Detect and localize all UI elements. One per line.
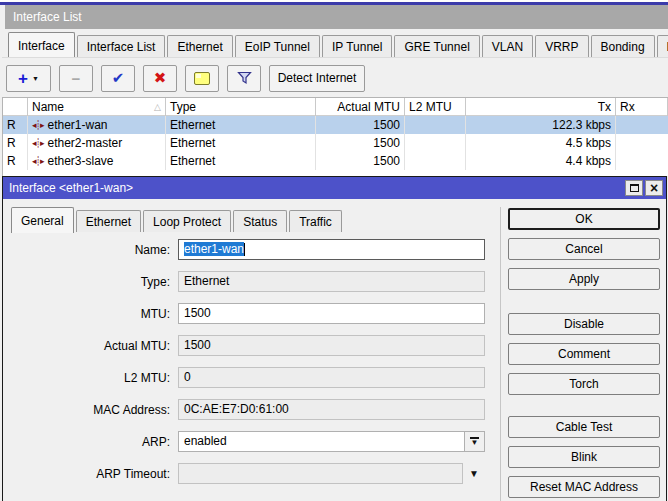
general-form: Name: ether1-wan Type: Ethernet MTU: 150… (13, 239, 499, 495)
winbox-screen: Interface List Interface Interface List … (0, 0, 668, 501)
ethernet-port-icon: ◂┊▸ (32, 116, 43, 134)
type-field: Ethernet (178, 271, 485, 292)
tab-ethernet[interactable]: Ethernet (167, 35, 232, 57)
dropdown-from-bar-icon: ▼ (470, 437, 479, 446)
arp-timeout-field (178, 463, 463, 484)
dialog-tab-general[interactable]: General (11, 207, 74, 233)
cable-test-button[interactable]: Cable Test (508, 416, 660, 438)
row-flag: R (3, 152, 28, 170)
dialog-tab-ethernet[interactable]: Ethernet (76, 210, 141, 232)
remove-button[interactable]: − (59, 65, 93, 92)
interface-table: Name △ Type Actual MTU L2 MTU Tx Rx R ◂┊… (2, 97, 668, 176)
tab-interface-list[interactable]: Interface List (77, 35, 166, 57)
disable-button[interactable]: ✖ (143, 65, 177, 92)
chevron-down-icon: ▼ (32, 75, 39, 82)
interface-dialog: Interface <ether1-wan> × General Etherne… (2, 176, 667, 501)
arp-label: ARP: (13, 435, 178, 449)
table-row[interactable]: R ◂┊▸ ether3-slave Ethernet 1500 4.4 kbp… (3, 152, 668, 170)
tab-eoip-tunnel[interactable]: EoIP Tunnel (235, 35, 320, 57)
row-tx: 4.4 kbps (466, 152, 616, 170)
row-tx: 4.5 kbps (466, 134, 616, 152)
row-l2-mtu (405, 134, 466, 152)
mtu-label: MTU: (13, 307, 178, 321)
check-icon: ✔ (112, 69, 125, 87)
tab-vrrp[interactable]: VRRP (535, 35, 588, 57)
mtu-field[interactable]: 1500 (178, 303, 485, 324)
mac-address-label: MAC Address: (13, 403, 178, 417)
tab-bonding[interactable]: Bonding (591, 35, 655, 57)
name-label: Name: (13, 243, 178, 257)
dialog-tab-bar: General Ethernet Loop Protect Status Tra… (11, 205, 344, 232)
table-row[interactable]: R ◂┊▸ ether2-master Ethernet 1500 4.5 kb… (3, 134, 668, 152)
main-tab-bar: Interface Interface List Ethernet EoIP T… (2, 30, 668, 58)
dialog-title: Interface <ether1-wan> (9, 181, 623, 195)
row-l2-mtu (405, 116, 466, 134)
maximize-button[interactable] (625, 180, 643, 196)
reset-mac-address-button[interactable]: Reset MAC Address (508, 476, 660, 498)
row-rx (616, 134, 668, 152)
row-actual-mtu: 1500 (316, 152, 405, 170)
dialog-tab-traffic[interactable]: Traffic (289, 210, 342, 232)
dialog-titlebar[interactable]: Interface <ether1-wan> × (3, 177, 666, 199)
column-header-l2-mtu[interactable]: L2 MTU (405, 98, 466, 116)
dialog-tab-status[interactable]: Status (233, 210, 287, 232)
tab-vlan[interactable]: VLAN (482, 35, 533, 57)
disable-button[interactable]: Disable (508, 313, 660, 335)
actual-mtu-label: Actual MTU: (13, 339, 178, 353)
column-header-name[interactable]: Name △ (28, 98, 166, 116)
arp-timeout-dropdown-icon[interactable]: ▼ (469, 468, 479, 479)
column-header-rx[interactable]: Rx (616, 98, 668, 116)
comment-button[interactable]: Comment (508, 343, 660, 365)
tab-interface[interactable]: Interface (8, 32, 75, 58)
apply-button[interactable]: Apply (508, 268, 660, 290)
ok-button[interactable]: OK (508, 208, 660, 230)
close-icon: × (650, 182, 658, 194)
maximize-icon (630, 184, 639, 192)
row-l2-mtu (405, 152, 466, 170)
type-label: Type: (13, 275, 178, 289)
comment-button[interactable] (185, 65, 219, 92)
row-flag: R (3, 116, 28, 134)
tab-ip-tunnel[interactable]: IP Tunnel (322, 35, 392, 57)
tab-gre-tunnel[interactable]: GRE Tunnel (394, 35, 479, 57)
filter-button[interactable] (227, 65, 261, 92)
table-header-row: Name △ Type Actual MTU L2 MTU Tx Rx (3, 98, 668, 116)
mac-address-field: 0C:AE:E7:D0:61:00 (178, 399, 485, 420)
table-row[interactable]: R ◂┊▸ ether1-wan Ethernet 1500 122.3 kbp… (3, 116, 668, 134)
cancel-button[interactable]: Cancel (508, 238, 660, 260)
ethernet-port-icon: ◂┊▸ (32, 134, 43, 152)
ethernet-port-icon: ◂┊▸ (32, 152, 43, 170)
arp-dropdown-button[interactable]: ▼ (464, 432, 484, 451)
note-icon (194, 72, 210, 85)
row-name-cell: ◂┊▸ ether2-master (28, 134, 166, 152)
row-type: Ethernet (166, 134, 316, 152)
column-header-actual-mtu[interactable]: Actual MTU (316, 98, 405, 116)
toolbar: + ▼ − ✔ ✖ Detect Internet (2, 60, 668, 96)
actual-mtu-field: 1500 (178, 335, 485, 356)
l2-mtu-label: L2 MTU: (13, 371, 178, 385)
text-cursor (244, 243, 245, 256)
row-rx (616, 152, 668, 170)
add-button[interactable]: + ▼ (6, 65, 51, 92)
column-header-type[interactable]: Type (166, 98, 316, 116)
column-header-flag[interactable] (3, 98, 28, 116)
tab-lte[interactable]: LTE (657, 35, 668, 57)
enable-button[interactable]: ✔ (101, 65, 135, 92)
detect-internet-button[interactable]: Detect Internet (269, 65, 365, 92)
close-button[interactable]: × (645, 180, 663, 196)
blink-button[interactable]: Blink (508, 446, 660, 468)
column-header-tx[interactable]: Tx (466, 98, 616, 116)
torch-button[interactable]: Torch (508, 373, 660, 395)
arp-select[interactable]: enabled ▼ (178, 431, 485, 452)
row-name-cell: ◂┊▸ ether3-slave (28, 152, 166, 170)
row-tx: 122.3 kbps (466, 116, 616, 134)
plus-icon: + (18, 70, 28, 87)
window-title: Interface List (13, 10, 82, 24)
window-titlebar[interactable]: Interface List (5, 5, 668, 29)
name-field[interactable]: ether1-wan (178, 239, 485, 260)
arp-timeout-label: ARP Timeout: (13, 467, 178, 481)
row-type: Ethernet (166, 116, 316, 134)
dialog-button-column: OK Cancel Apply Disable Comment Torch Ca… (508, 208, 660, 501)
row-rx (616, 116, 668, 134)
dialog-tab-loop-protect[interactable]: Loop Protect (143, 210, 231, 232)
